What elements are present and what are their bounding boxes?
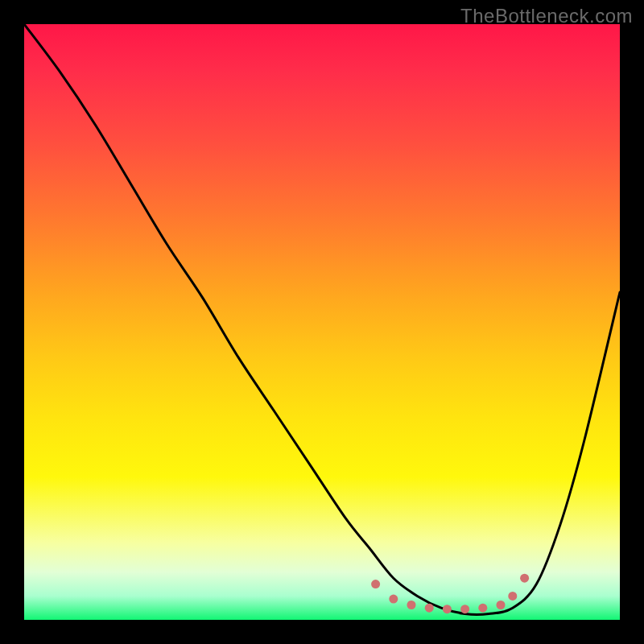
marker-dot: [443, 605, 452, 613]
bottleneck-curve-path: [24, 24, 620, 615]
marker-dot: [497, 601, 506, 609]
bottleneck-curve: [24, 24, 620, 615]
marker-dot: [371, 580, 380, 588]
marker-dot: [520, 574, 529, 583]
plot-area: [24, 24, 620, 620]
marker-dot: [460, 605, 469, 613]
marker-dot: [425, 604, 434, 613]
curve-overlay: [24, 24, 620, 620]
marker-dot: [407, 601, 416, 609]
marker-dot: [478, 604, 487, 613]
marker-dot: [508, 592, 517, 601]
marker-dot: [389, 595, 398, 604]
chart-container: TheBottleneck.com: [0, 0, 644, 644]
